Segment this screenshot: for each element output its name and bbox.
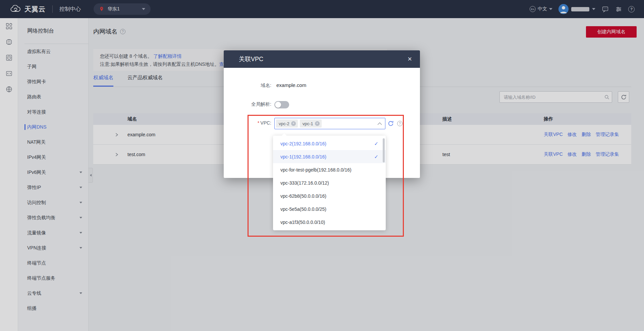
app-root: 天翼云 控制中心 华东1 En 中文: [0, 0, 644, 331]
dropdown-scrollbar[interactable]: [383, 138, 385, 162]
tag-label: vpc-1: [303, 121, 313, 126]
domain-value: example.com: [276, 82, 306, 88]
vpc-tags: vpc-2×vpc-1×: [276, 120, 322, 128]
vpc-multiselect[interactable]: vpc-2×vpc-1×: [274, 118, 385, 129]
tag-remove-icon[interactable]: ×: [315, 121, 320, 126]
option-label: vpc-1(192.168.0.0/16): [280, 154, 326, 159]
vpc-option-1[interactable]: vpc-1(192.168.0.0/16)✓: [273, 150, 386, 163]
vpc-option-3[interactable]: vpc-333(172.16.0.0/12): [273, 176, 386, 189]
tag-remove-icon[interactable]: ×: [291, 121, 296, 126]
option-label: vpc-for-test-pgelb(192.168.0.0/16): [280, 167, 352, 173]
modal-title: 关联VPC: [239, 55, 263, 63]
vpc-option-2[interactable]: vpc-for-test-pgelb(192.168.0.0/16): [273, 163, 386, 176]
vpc-label: *VPC:: [230, 120, 271, 126]
close-icon[interactable]: ×: [408, 55, 412, 63]
dropdown-options: vpc-2(192.168.0.0/16)✓vpc-1(192.168.0.0/…: [273, 137, 386, 229]
option-label: vpc-333(172.16.0.0/12): [280, 180, 329, 186]
modal-header: 关联VPC ×: [224, 50, 420, 68]
tag-label: vpc-2: [279, 121, 289, 126]
option-label: vpc-62b8(50.0.0.0/16): [280, 193, 326, 199]
global-resolve-toggle[interactable]: [274, 101, 289, 108]
vpc-option-4[interactable]: vpc-62b8(50.0.0.0/16): [273, 189, 386, 202]
option-label: vpc-a1f3(50.0.0.0/10): [280, 220, 325, 225]
vpc-dropdown: vpc-2(192.168.0.0/16)✓vpc-1(192.168.0.0/…: [273, 136, 386, 230]
check-icon: ✓: [374, 154, 378, 160]
vpc-tag: vpc-1×: [300, 120, 322, 128]
vpc-refresh-icon[interactable]: [387, 120, 394, 127]
domain-label: 域名:: [230, 83, 271, 89]
chevron-up-icon: [377, 122, 382, 125]
vpc-tag: vpc-2×: [276, 120, 298, 128]
global-resolve-label: 全局解析:: [230, 101, 271, 107]
required-asterisk: *: [258, 120, 259, 126]
vpc-label-text: VPC:: [260, 120, 271, 126]
vpc-help-icon[interactable]: ?: [397, 121, 402, 126]
vpc-option-0[interactable]: vpc-2(192.168.0.0/16)✓: [273, 137, 386, 150]
vpc-option-6[interactable]: vpc-a1f3(50.0.0.0/10): [273, 216, 386, 229]
check-icon: ✓: [374, 141, 378, 147]
option-label: vpc-2(192.168.0.0/16): [280, 141, 326, 146]
vpc-option-5[interactable]: vpc-5e5a(50.0.0.0/25): [273, 202, 386, 216]
option-label: vpc-5e5a(50.0.0.0/25): [280, 206, 326, 212]
